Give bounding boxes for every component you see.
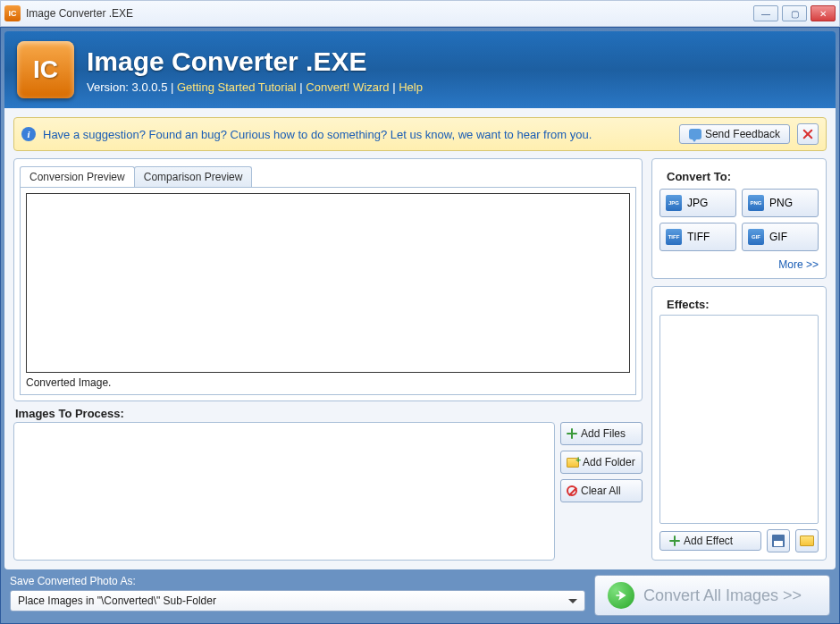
info-bar: i Have a suggestion? Found an bug? Curio… bbox=[13, 117, 827, 151]
run-icon bbox=[608, 582, 634, 609]
main-columns: Conversion Preview Comparison Preview Co… bbox=[13, 158, 827, 561]
process-label: Images To Process: bbox=[13, 407, 643, 422]
folder-icon bbox=[800, 535, 814, 546]
send-feedback-button[interactable]: Send Feedback bbox=[679, 124, 790, 144]
plus-icon bbox=[567, 428, 577, 439]
effects-list[interactable] bbox=[659, 315, 819, 524]
format-png-button[interactable]: PNG PNG bbox=[742, 189, 819, 217]
version-label: Version: bbox=[87, 80, 129, 94]
clear-all-label: Clear All bbox=[581, 485, 621, 497]
add-files-label: Add Files bbox=[581, 427, 626, 440]
logo-icon: IC bbox=[17, 41, 74, 98]
convert-all-label: Convert All Images >> bbox=[643, 586, 802, 605]
effects-title: Effects: bbox=[659, 292, 819, 311]
tab-conversion-preview[interactable]: Conversion Preview bbox=[20, 166, 135, 187]
tiff-icon: TIFF bbox=[666, 229, 682, 245]
infobar-close-button[interactable] bbox=[797, 123, 819, 145]
plus-icon bbox=[669, 535, 680, 546]
more-formats-link[interactable]: More >> bbox=[778, 258, 819, 271]
jpg-icon: JPG bbox=[666, 195, 682, 211]
floppy-icon bbox=[772, 535, 785, 547]
format-tiff-button[interactable]: TIFF TIFF bbox=[659, 223, 736, 251]
right-column: Convert To: JPG JPG PNG PNG TIFF TIFF bbox=[651, 158, 827, 561]
minimize-button[interactable]: — bbox=[753, 5, 778, 21]
folder-plus-icon bbox=[567, 458, 579, 468]
convert-all-button[interactable]: Convert All Images >> bbox=[594, 575, 830, 616]
link-wizard[interactable]: Convert! Wizard bbox=[306, 80, 389, 94]
add-files-button[interactable]: Add Files bbox=[560, 422, 643, 445]
info-text-link[interactable]: Have a suggestion? Found an bug? Curious… bbox=[43, 128, 672, 141]
header-banner: IC Image Converter .EXE Version: 3.0.0.5… bbox=[4, 31, 836, 108]
link-tutorial[interactable]: Getting Started Tutorial bbox=[177, 80, 297, 94]
add-folder-button[interactable]: Add Folder bbox=[560, 451, 643, 474]
version-number: 3.0.0.5 bbox=[132, 80, 168, 94]
add-folder-label: Add Folder bbox=[583, 456, 635, 468]
footer: Save Converted Photo As: Place Images in… bbox=[4, 569, 836, 620]
effects-panel: Effects: Add Effect bbox=[651, 286, 827, 561]
close-button[interactable]: ✕ bbox=[811, 5, 836, 21]
bubble-icon bbox=[689, 129, 701, 139]
format-jpg-button[interactable]: JPG JPG bbox=[659, 189, 736, 217]
gif-label: GIF bbox=[769, 231, 787, 243]
add-effect-button[interactable]: Add Effect bbox=[659, 531, 761, 551]
save-location-value: Place Images in "\Converted\" Sub-Folder bbox=[18, 594, 216, 607]
save-effects-button[interactable] bbox=[767, 529, 790, 552]
banner-text: Image Converter .EXE Version: 3.0.0.5 | … bbox=[87, 46, 423, 94]
preview-label: Converted Image. bbox=[26, 373, 630, 389]
tab-comparison-preview[interactable]: Comparison Preview bbox=[134, 166, 253, 187]
preview-panel: Conversion Preview Comparison Preview Co… bbox=[13, 158, 643, 401]
tab-body: Converted Image. bbox=[20, 187, 636, 395]
forbid-icon bbox=[567, 485, 577, 496]
open-effects-button[interactable] bbox=[795, 529, 819, 552]
app-icon: IC bbox=[4, 5, 21, 21]
close-icon bbox=[802, 128, 814, 140]
send-feedback-label: Send Feedback bbox=[705, 128, 780, 140]
process-group: Images To Process: Add Files Add Folder bbox=[13, 407, 643, 561]
save-location-select[interactable]: Place Images in "\Converted\" Sub-Folder bbox=[10, 590, 585, 611]
process-list[interactable] bbox=[13, 422, 555, 561]
window-title: Image Converter .EXE bbox=[26, 7, 753, 20]
info-icon: i bbox=[21, 127, 36, 141]
titlebar: IC Image Converter .EXE — ▢ ✕ bbox=[0, 0, 840, 27]
save-label: Save Converted Photo As: bbox=[10, 575, 585, 587]
app-frame: IC Image Converter .EXE Version: 3.0.0.5… bbox=[0, 27, 840, 624]
gif-icon: GIF bbox=[748, 229, 764, 245]
chevron-down-icon bbox=[568, 599, 577, 603]
tabstrip: Conversion Preview Comparison Preview bbox=[14, 159, 642, 187]
tiff-label: TIFF bbox=[687, 231, 710, 243]
add-effect-label: Add Effect bbox=[684, 535, 733, 547]
preview-canvas bbox=[26, 193, 630, 373]
content-area: i Have a suggestion? Found an bug? Curio… bbox=[4, 108, 836, 569]
convert-to-panel: Convert To: JPG JPG PNG PNG TIFF TIFF bbox=[651, 158, 827, 279]
maximize-button[interactable]: ▢ bbox=[782, 5, 807, 21]
link-help[interactable]: Help bbox=[399, 80, 423, 94]
convert-to-title: Convert To: bbox=[659, 164, 819, 183]
png-icon: PNG bbox=[748, 195, 764, 211]
jpg-label: JPG bbox=[687, 197, 708, 209]
save-panel: Save Converted Photo As: Place Images in… bbox=[10, 575, 585, 616]
png-label: PNG bbox=[769, 197, 793, 209]
format-gif-button[interactable]: GIF GIF bbox=[742, 223, 819, 251]
clear-all-button[interactable]: Clear All bbox=[560, 479, 643, 502]
app-title: Image Converter .EXE bbox=[87, 46, 423, 77]
left-column: Conversion Preview Comparison Preview Co… bbox=[13, 158, 643, 561]
